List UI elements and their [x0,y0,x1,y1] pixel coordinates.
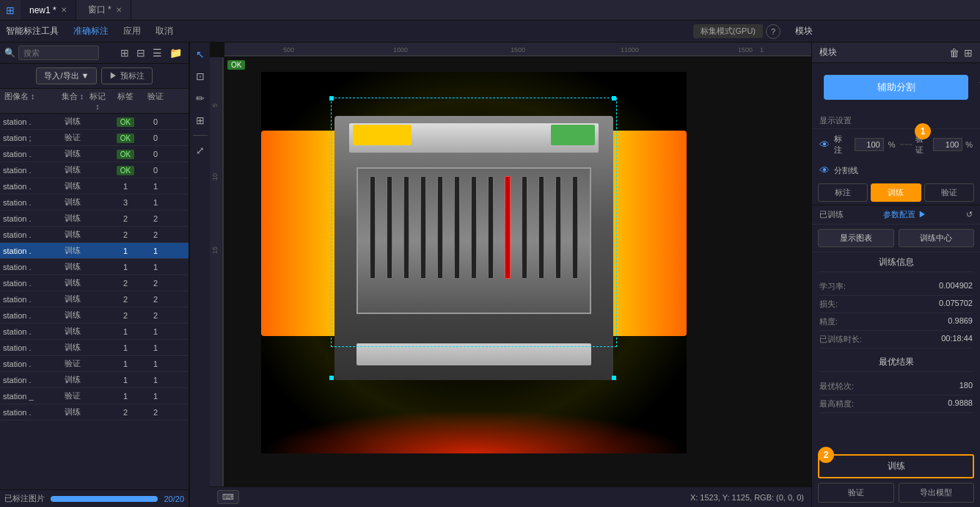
crop-tool-btn[interactable]: ⊡ [191,68,209,85]
tab-train[interactable]: 训练 [871,183,921,202]
cell-verify: 2 [142,214,169,223]
cell-set: 验证 [59,132,87,143]
grid-tool-btn[interactable]: ⊞ [191,112,209,129]
param-config-link[interactable]: 参数配置 ▶ [883,209,926,220]
canvas-content[interactable]: OK [224,57,811,486]
delete-icon[interactable]: 🗑 [949,47,959,59]
apply-btn[interactable]: 应用 [117,23,147,39]
best-epoch-row: 最优轮次: 180 [819,378,973,395]
eye-icon-1[interactable]: 👁 [819,139,830,150]
cell-name: station . [0,279,59,288]
filter-icon-btn[interactable]: ⊟ [134,45,147,60]
cell-verify: 1 [142,182,169,191]
lr-label: 学习率: [819,281,846,292]
cell-name: station . [0,166,59,175]
search-input[interactable] [18,45,99,60]
svg-text:5: 5 [211,103,219,107]
already-label: 已标注图片 [4,493,45,504]
import-export-btn[interactable]: 导入/导出 ▼ [36,68,97,84]
label-pct-input[interactable] [855,138,884,151]
bottom-export-btn[interactable]: 导出模型 [899,483,975,503]
pointer-tool-btn[interactable]: ↖ [191,45,209,63]
table-row[interactable]: station . 验证 1 1 [0,356,189,372]
cell-set: 验证 [59,358,87,369]
cell-set: 训练 [59,116,87,127]
expand-tool-btn[interactable]: ⤢ [191,142,209,159]
tab-window[interactable]: 窗口 * ✕ [79,0,131,20]
cell-set: 训练 [59,374,87,385]
table-row[interactable]: station ; 验证 OK 0 [0,130,189,146]
table-row[interactable]: station . 训练 1 1 [0,340,189,356]
table-row[interactable]: station . 训练 2 2 [0,211,189,227]
keyboard-btn[interactable]: ⌨ [217,490,239,504]
cell-verify: 0 [142,117,169,126]
train-center-btn[interactable]: 训练中心 [899,229,975,247]
cell-set: 训练 [59,180,87,192]
table-row[interactable]: station . 训练 2 2 [0,227,189,243]
mode-btn[interactable]: 标集模式(GPU) [693,24,763,38]
cell-set: 训练 [59,293,87,304]
help-btn[interactable]: ? [766,24,780,39]
tab-verify[interactable]: 验证 [924,183,974,202]
cell-verify: 1 [142,343,169,352]
cell-label: 2 [109,279,142,288]
label-btn[interactable]: ▶ 预标注 [101,68,152,84]
tab-new1-close[interactable]: ✕ [61,6,67,14]
table-row[interactable]: station . 训练 1 1 [0,324,189,340]
list-icon-btn[interactable]: ☰ [150,45,164,60]
table-row[interactable]: station . 训练 1 1 [0,372,189,388]
left-panel: 🔍 ⊞ ⊟ ☰ 📁 导入/导出 ▼ ▶ 预标注 图像名 ↕ 集合 ↕ 标记 ↕ … [0,43,189,507]
table-row[interactable]: station _ 验证 1 1 [0,388,189,404]
table-row[interactable]: station . 训练 1 1 [0,243,189,259]
cell-label: 2 [109,214,142,223]
display-graph-btn[interactable]: 显示图表 [818,229,894,247]
verify-pct-sym: % [965,140,973,149]
tab-window-close[interactable]: ✕ [116,6,122,14]
right-panel-icons: 🗑 ⊞ [949,47,973,59]
table-row[interactable]: station . 训练 1 1 [0,259,189,275]
col-header-set: 集合 ↕ [59,91,87,111]
cancel-btn[interactable]: 取消 [150,23,179,39]
tab-new1[interactable]: new1 * ✕ [21,0,76,20]
verify-pct-input[interactable] [933,138,962,151]
train-main-btn[interactable]: 辅助分割 [824,75,968,100]
cell-name: station . [0,376,59,384]
table-row[interactable]: station . 训练 2 2 [0,404,189,420]
canvas-viewport[interactable]: 500 1000 1500 11000 1500 1 5 10 15 [210,43,811,507]
cell-label: 1 [109,247,142,255]
cell-label: 1 [109,360,142,368]
cell-name: station ; [0,134,59,142]
cell-name: station . [0,150,59,158]
cell-name: station . [0,311,59,320]
right-panel: 模块 🗑 ⊞ 辅助分割 ✓ 显示设置 👁 标注 % ~~~ [811,43,980,507]
add-icon[interactable]: ⊞ [964,47,973,59]
table-row[interactable]: station . 训练 2 2 [0,291,189,307]
tab-row: 标注 训练 验证 [812,180,980,205]
bottom-btn-row: 验证 导出模型 [812,478,980,507]
cell-label: 2 [109,295,142,304]
brush-tool-btn[interactable]: ✏ [191,90,209,107]
bottom-verify-btn[interactable]: 验证 [818,483,894,503]
save-btn[interactable]: 准确标注 [67,23,114,39]
table-row[interactable]: station . 训练 OK 0 [0,146,189,162]
grid-icon-btn[interactable]: ⊞ [118,45,131,60]
cell-name: station . [0,295,59,304]
cell-verify: 1 [142,360,169,368]
table-row[interactable]: station . 训练 2 2 [0,275,189,291]
tab-annotation[interactable]: 标注 [818,183,868,202]
train-btn-container: 辅助分割 ✓ [818,69,974,106]
table-row[interactable]: station . 训练 1 1 [0,178,189,194]
reset-icon[interactable]: ↺ [966,210,973,219]
table-row[interactable]: station . 训练 2 2 [0,307,189,324]
table-row[interactable]: station . 训练 OK 0 [0,114,189,130]
cell-label: 1 [109,392,142,401]
trained-time-row: 已训练时长: 00:18:44 [819,331,973,349]
menu-bar: 智能标注工具 准确标注 应用 取消 标集模式(GPU) ? 模块 [0,21,980,43]
cell-set: 训练 [59,148,87,159]
folder-icon-btn[interactable]: 📁 [167,45,184,60]
table-row[interactable]: station . 训练 3 1 [0,194,189,211]
main-layout: 🔍 ⊞ ⊟ ☰ 📁 导入/导出 ▼ ▶ 预标注 图像名 ↕ 集合 ↕ 标记 ↕ … [0,43,980,507]
bottom-train-btn[interactable]: 训练 [818,454,974,478]
eye-icon-2[interactable]: 👁 [819,164,830,176]
table-row[interactable]: station . 训练 OK 0 [0,162,189,178]
